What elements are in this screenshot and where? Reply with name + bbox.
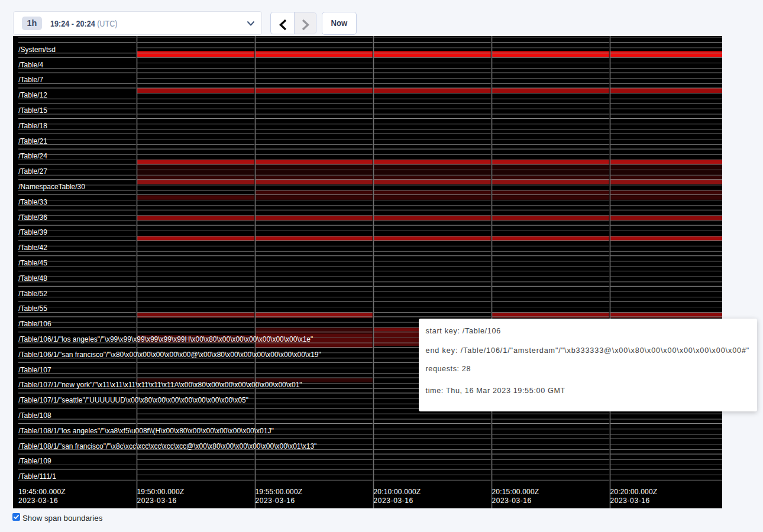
svg-text:/Table/7: /Table/7 [18, 75, 43, 85]
svg-text:/Table/108/1/"san francisco"/": /Table/108/1/"san francisco"/"\x8c\xcc\x… [18, 441, 316, 450]
svg-text:/Table/106/1/"san francisco"/": /Table/106/1/"san francisco"/"\x80\x00\x… [18, 349, 321, 359]
svg-text:/Table/106/1/"los angeles"/"\x: /Table/106/1/"los angeles"/"\x99\x99\x99… [18, 334, 313, 343]
svg-text:/System/tsd: /System/tsd [18, 44, 56, 54]
svg-text:/Table/48: /Table/48 [18, 273, 47, 283]
svg-text:/Table/106: /Table/106 [18, 319, 51, 329]
svg-text:/Table/52: /Table/52 [18, 288, 47, 298]
svg-text:/Table/42: /Table/42 [18, 243, 47, 252]
svg-text:2023-03-16: 2023-03-16 [492, 496, 532, 505]
svg-text:/Table/55: /Table/55 [18, 304, 47, 313]
svg-text:20:15:00.000Z: 20:15:00.000Z [492, 487, 539, 497]
svg-text:2023-03-16: 2023-03-16 [256, 496, 295, 505]
svg-text:/Table/39: /Table/39 [18, 228, 47, 237]
svg-text:/Table/18: /Table/18 [18, 121, 47, 130]
svg-text:2023-03-16: 2023-03-16 [18, 496, 58, 505]
svg-text:/Table/27: /Table/27 [18, 167, 47, 176]
svg-text:20:20:00.000Z: 20:20:00.000Z [610, 487, 658, 497]
svg-text:19:45:00.000Z: 19:45:00.000Z [18, 487, 66, 497]
svg-text:/Table/36: /Table/36 [18, 212, 47, 222]
svg-text:/Table/21: /Table/21 [18, 136, 47, 145]
svg-text:/Table/108: /Table/108 [18, 410, 51, 420]
svg-text:/Table/12: /Table/12 [18, 90, 47, 100]
svg-text:/Table/109: /Table/109 [18, 456, 51, 466]
svg-text:/Table/24: /Table/24 [18, 151, 47, 161]
svg-text:/Table/33: /Table/33 [18, 197, 47, 206]
svg-text:/Table/107/1/"seattle"/"UUUUUU: /Table/107/1/"seattle"/"UUUUUUD\x00\x80\… [18, 395, 248, 405]
svg-text:/Table/4: /Table/4 [18, 60, 43, 69]
svg-text:/Table/15: /Table/15 [18, 105, 47, 115]
svg-text:2023-03-16: 2023-03-16 [374, 496, 413, 505]
svg-text:2023-03-16: 2023-03-16 [610, 496, 650, 505]
svg-text:/Table/108/1/"los angeles"/"\x: /Table/108/1/"los angeles"/"\xa8\xf5\u00… [18, 426, 274, 435]
svg-text:19:55:00.000Z: 19:55:00.000Z [256, 487, 303, 497]
svg-text:/Table/107: /Table/107 [18, 365, 51, 374]
svg-text:/Table/45: /Table/45 [18, 258, 47, 267]
svg-text:/Table/111/1: /Table/111/1 [18, 472, 56, 481]
svg-text:19:50:00.000Z: 19:50:00.000Z [137, 487, 185, 497]
svg-text:/NamespaceTable/30: /NamespaceTable/30 [18, 181, 85, 191]
svg-text:20:10:00.000Z: 20:10:00.000Z [374, 487, 421, 497]
svg-text:/Table/107/1/"new york"/"\x11\: /Table/107/1/"new york"/"\x11\x11\x11\x1… [18, 380, 302, 390]
svg-text:2023-03-16: 2023-03-16 [137, 496, 177, 505]
